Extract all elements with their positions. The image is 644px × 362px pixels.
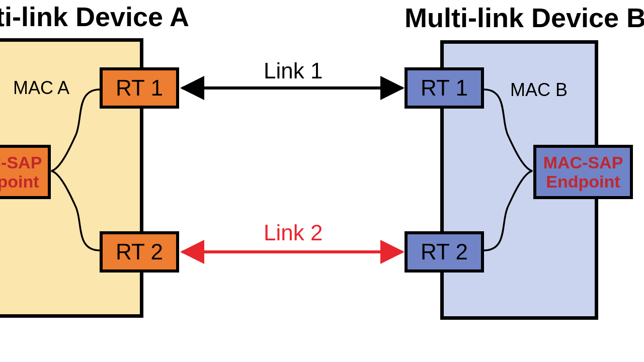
link1-label: Link 1	[264, 58, 323, 83]
device-b-sap-endpoint: MAC-SAP Endpoint	[533, 145, 633, 199]
sap-line2: Endpoint	[546, 172, 620, 191]
sap-line1: MAC-SAP	[543, 153, 623, 172]
device-a-rt2: RT 2	[100, 231, 179, 273]
device-a-sap-endpoint: MAC-SAP Endpoint	[0, 145, 51, 199]
device-a-rt1: RT 1	[100, 67, 179, 109]
diagram-root: Multi-link Device A Multi-link Device B …	[0, 0, 644, 362]
mac-b-label: MAC B	[510, 79, 568, 101]
title-device-b: Multi-link Device B	[405, 2, 644, 33]
link2-label: Link 2	[264, 220, 323, 245]
title-device-a: Multi-link Device A	[0, 1, 189, 32]
mac-a-label: MAC A	[13, 77, 69, 99]
sap-line2: Endpoint	[0, 172, 39, 191]
device-b-rt1: RT 1	[405, 67, 484, 109]
sap-line1: MAC-SAP	[0, 153, 42, 172]
device-b-rt2: RT 2	[405, 231, 484, 273]
